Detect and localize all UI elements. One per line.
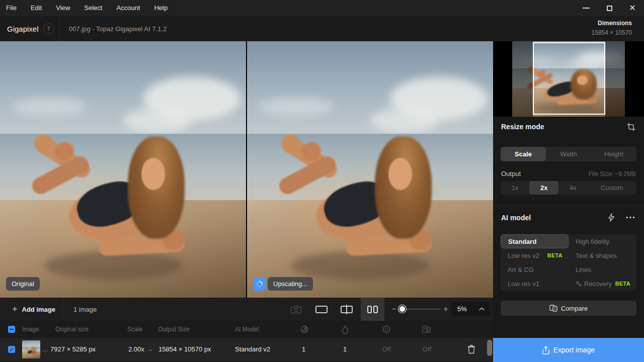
split-view-button[interactable] <box>338 298 355 321</box>
model-standard[interactable]: Standard <box>501 234 569 248</box>
model-recovery[interactable]: Recovery BETA <box>569 277 636 291</box>
zoom-out-button[interactable]: − <box>389 298 398 321</box>
tab-height[interactable]: Height <box>591 147 636 161</box>
scale-custom-button[interactable]: Custom <box>587 181 636 195</box>
original-badge: Original <box>6 277 40 291</box>
ai-model-title: AI model <box>501 214 531 222</box>
upscaling-badge: Upscaling... <box>268 277 313 291</box>
app-name: Gigapixel <box>7 25 39 33</box>
row-checkbox[interactable]: ✓ <box>8 346 15 353</box>
col-original-size: Original size <box>55 326 89 333</box>
snapshot-button[interactable] <box>289 298 303 321</box>
menu-select[interactable]: Select <box>77 0 109 16</box>
model-text-shapes[interactable]: Text & shapes <box>569 248 636 262</box>
beta-badge: BETA <box>547 252 562 258</box>
spinner-icon <box>256 280 264 288</box>
menu-edit[interactable]: Edit <box>24 0 49 16</box>
file-size-estimate: File Size: ~9.2MB <box>589 170 636 177</box>
beach-photo <box>0 41 246 298</box>
minimize-button[interactable] <box>575 0 598 16</box>
window-controls: ✕ <box>575 0 644 16</box>
lightning-icon <box>608 213 615 222</box>
photo-cloud <box>12 98 86 116</box>
menu-bar: File Edit View Select Account Help ✕ <box>0 0 644 16</box>
zoom-in-button[interactable]: + <box>441 298 450 321</box>
side-by-side-button[interactable] <box>361 298 384 321</box>
export-icon <box>542 346 549 354</box>
app-brand: Gigapixel 7 <box>0 16 59 41</box>
col-image: Image <box>22 326 39 333</box>
dimensions-value: 15854 × 10570 <box>592 29 632 36</box>
model-lines[interactable]: Lines <box>569 262 636 277</box>
crop-button[interactable] <box>626 122 636 132</box>
beach-photo <box>247 41 493 298</box>
scale-2x-button[interactable]: 2x <box>529 181 558 195</box>
image-count: 1 image <box>73 298 97 321</box>
row-original-size: 7927 × 5285 px <box>50 345 96 353</box>
menu-view[interactable]: View <box>49 0 77 16</box>
document-title: 007.jpg - Topaz Gigapixel AI 7.1.2 <box>69 16 167 41</box>
model-art-cg[interactable]: Art & CG <box>501 262 569 277</box>
original-pane[interactable]: Original <box>0 41 246 298</box>
zoom-slider-knob[interactable] <box>398 305 406 313</box>
single-view-button[interactable] <box>313 298 330 321</box>
viewport-indicator[interactable] <box>533 42 605 115</box>
dimensions-readout: Dimensions 15854 × 10570 <box>592 20 632 36</box>
col-output-size: Output Size <box>158 326 190 333</box>
row-denoise-value[interactable]: 1 <box>302 345 305 353</box>
panel-divider <box>493 205 644 206</box>
row-output-size: 15854 × 10570 px <box>158 345 211 353</box>
scale-1x-button[interactable]: 1x <box>501 181 529 195</box>
navigation-thumbnail[interactable] <box>493 41 644 117</box>
table-scrollbar[interactable] <box>487 340 492 356</box>
model-high-fidelity[interactable]: High fidelity <box>569 234 636 248</box>
row-ai-model: Standard v2 <box>235 345 270 353</box>
resize-mode-tabs: Scale Width Height <box>501 147 636 161</box>
sparkle-icon <box>576 281 582 287</box>
deblur-column-icon <box>342 325 349 334</box>
denoise-column-icon <box>300 325 308 333</box>
close-button[interactable]: ✕ <box>621 0 644 16</box>
beach-photo <box>22 340 40 358</box>
menu-help[interactable]: Help <box>147 0 175 16</box>
crop-icon <box>627 123 635 131</box>
menu-account[interactable]: Account <box>109 0 147 16</box>
image-viewer: Original Upscaling... <box>0 41 493 298</box>
row-gamma-value[interactable]: Off <box>423 345 431 353</box>
auto-model-button[interactable] <box>606 212 616 222</box>
tab-scale[interactable]: Scale <box>501 147 546 161</box>
scale-4x-button[interactable]: 4x <box>558 181 587 195</box>
beta-badge: BETA <box>615 281 630 287</box>
face-recovery-column-icon <box>382 325 390 333</box>
title-bar: Gigapixel 7 007.jpg - Topaz Gigapixel AI… <box>0 16 644 41</box>
close-icon: ✕ <box>629 4 635 12</box>
table-header: Image Original size Scale Output Size AI… <box>0 321 493 338</box>
photo-cloud <box>123 108 192 134</box>
tab-width[interactable]: Width <box>546 147 591 161</box>
table-row[interactable]: ✓ ... 7927 × 5285 px 2.00x → 15854 × 105… <box>0 338 493 361</box>
model-options-button[interactable] <box>625 212 636 222</box>
zoom-level-dropdown[interactable]: 5% <box>451 302 490 316</box>
delete-row-button[interactable] <box>467 344 475 354</box>
compare-button[interactable]: Compare <box>501 301 636 316</box>
trash-icon <box>467 344 475 354</box>
add-image-button[interactable]: + Add image <box>12 298 55 321</box>
side-by-side-icon <box>367 306 378 313</box>
ai-model-grid: Standard High fidelity Low res v2BETA Te… <box>501 234 636 291</box>
row-face-recovery-value[interactable]: Off <box>382 345 391 353</box>
model-low-res-v1[interactable]: Low res v1 <box>501 277 569 291</box>
upscaling-status: Upscaling... <box>253 277 313 291</box>
menu-file[interactable]: File <box>0 0 24 16</box>
select-all-checkbox[interactable] <box>8 326 15 333</box>
export-image-button[interactable]: Export image <box>493 338 644 362</box>
row-deblur-value[interactable]: 1 <box>343 345 347 353</box>
maximize-icon <box>607 6 612 11</box>
output-label: Output <box>501 170 521 177</box>
maximize-button[interactable] <box>598 0 621 16</box>
bottom-toolbar: + Add image 1 image − + 5% <box>0 298 493 321</box>
plus-icon: + <box>12 304 18 315</box>
model-low-res-v2[interactable]: Low res v2BETA <box>501 248 569 262</box>
col-ai-model: AI Model <box>235 326 259 333</box>
preview-pane[interactable]: Upscaling... <box>247 41 493 298</box>
gigapixel-window: File Edit View Select Account Help ✕ Gig… <box>0 0 644 362</box>
